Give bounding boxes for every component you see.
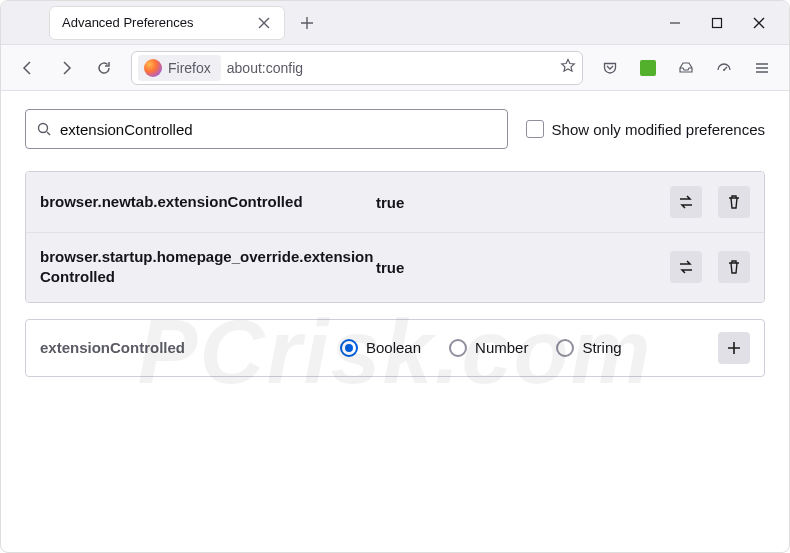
search-icon xyxy=(36,121,52,137)
pref-name: browser.newtab.extensionControlled xyxy=(40,192,376,212)
pref-row: browser.newtab.extensionControlled true xyxy=(26,172,764,233)
url-bar[interactable]: Firefox about:config xyxy=(131,51,583,85)
app-menu-button[interactable] xyxy=(745,51,779,85)
firefox-logo-icon xyxy=(144,59,162,77)
maximize-button[interactable] xyxy=(707,13,727,33)
pref-value: true xyxy=(376,194,670,211)
radio-label: String xyxy=(582,339,621,356)
new-pref-name: extensionControlled xyxy=(40,339,340,356)
config-search-box[interactable] xyxy=(25,109,508,149)
radio-number[interactable]: Number xyxy=(449,339,528,357)
minimize-button[interactable] xyxy=(665,13,685,33)
show-modified-checkbox[interactable]: Show only modified preferences xyxy=(526,120,765,138)
page-content: Show only modified preferences browser.n… xyxy=(1,91,789,395)
radio-label: Number xyxy=(475,339,528,356)
toggle-button[interactable] xyxy=(670,251,702,283)
close-tab-icon[interactable] xyxy=(256,15,272,31)
new-tab-button[interactable] xyxy=(291,7,323,39)
tab-title: Advanced Preferences xyxy=(62,15,194,30)
close-window-button[interactable] xyxy=(749,13,769,33)
radio-string[interactable]: String xyxy=(556,339,621,357)
toolbar-icons xyxy=(593,51,779,85)
pref-actions xyxy=(670,186,750,218)
radio-icon xyxy=(556,339,574,357)
toggle-button[interactable] xyxy=(670,186,702,218)
pref-row: browser.startup.homepage_override.extens… xyxy=(26,233,764,302)
pocket-icon[interactable] xyxy=(593,51,627,85)
radio-icon xyxy=(340,339,358,357)
identity-chip[interactable]: Firefox xyxy=(138,55,221,81)
bookmark-star-icon[interactable] xyxy=(560,58,576,78)
svg-rect-0 xyxy=(713,18,722,27)
back-button[interactable] xyxy=(11,51,45,85)
delete-button[interactable] xyxy=(718,251,750,283)
type-radio-group: Boolean Number String xyxy=(340,339,710,357)
browser-tab[interactable]: Advanced Preferences xyxy=(49,6,285,40)
results-table: browser.newtab.extensionControlled true … xyxy=(25,171,765,303)
delete-button[interactable] xyxy=(718,186,750,218)
forward-button[interactable] xyxy=(49,51,83,85)
window-titlebar: Advanced Preferences xyxy=(1,1,789,45)
add-pref-button[interactable] xyxy=(718,332,750,364)
radio-label: Boolean xyxy=(366,339,421,356)
pref-value: true xyxy=(376,259,670,276)
identity-label: Firefox xyxy=(168,60,211,76)
url-text: about:config xyxy=(227,60,554,76)
window-controls xyxy=(665,13,789,33)
svg-point-2 xyxy=(39,124,48,133)
config-search-input[interactable] xyxy=(60,121,497,138)
checkbox-icon xyxy=(526,120,544,138)
nav-toolbar: Firefox about:config xyxy=(1,45,789,91)
new-pref-row: extensionControlled Boolean Number Strin… xyxy=(25,319,765,377)
svg-point-1 xyxy=(723,69,725,71)
extension-icon[interactable] xyxy=(631,51,665,85)
reload-button[interactable] xyxy=(87,51,121,85)
inbox-icon[interactable] xyxy=(669,51,703,85)
show-modified-label: Show only modified preferences xyxy=(552,121,765,138)
dashboard-icon[interactable] xyxy=(707,51,741,85)
radio-icon xyxy=(449,339,467,357)
radio-boolean[interactable]: Boolean xyxy=(340,339,421,357)
pref-actions xyxy=(670,251,750,283)
pref-name: browser.startup.homepage_override.extens… xyxy=(40,247,376,288)
config-search-row: Show only modified preferences xyxy=(25,109,765,149)
